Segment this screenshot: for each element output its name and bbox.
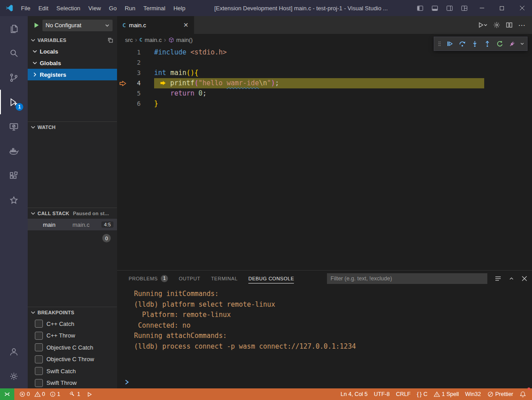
breadcrumb-symbol[interactable]: main() bbox=[176, 37, 193, 43]
close-tab-icon[interactable]: ✕ bbox=[183, 22, 189, 28]
remote-indicator[interactable] bbox=[0, 388, 14, 400]
breakpoint-item[interactable]: Swift Throw bbox=[28, 377, 117, 389]
menu-terminal[interactable]: Terminal bbox=[139, 0, 169, 16]
menu-view[interactable]: View bbox=[84, 0, 105, 16]
filter-lines-icon[interactable] bbox=[494, 275, 502, 282]
breakpoint-item[interactable]: C++ Throw bbox=[28, 330, 117, 342]
minimize-button[interactable] bbox=[472, 0, 492, 16]
code-text[interactable]: printf("hello wamr-ide\n"); bbox=[154, 78, 484, 88]
notifications-bell[interactable] bbox=[516, 388, 529, 400]
step-out-button[interactable] bbox=[482, 38, 493, 50]
code-token: printf bbox=[170, 79, 194, 87]
menu-selection[interactable]: Selection bbox=[52, 0, 84, 16]
stack-frame-row[interactable]: main main.c 4:5 bbox=[28, 219, 117, 230]
tab-main-c[interactable]: C main.c ✕ bbox=[117, 16, 194, 34]
checkbox[interactable] bbox=[35, 379, 43, 387]
variables-item-label: Locals bbox=[40, 48, 58, 55]
sidebar-item-favorites[interactable] bbox=[0, 188, 28, 212]
status-platform[interactable]: Win32 bbox=[462, 388, 484, 400]
console-filter-input[interactable] bbox=[327, 273, 487, 284]
code-text[interactable]: #include <stdio.h> bbox=[154, 47, 227, 58]
code-text[interactable]: } bbox=[154, 99, 158, 109]
variables-item-registers[interactable]: Registers bbox=[28, 69, 117, 80]
breadcrumb-file[interactable]: main.c bbox=[145, 37, 162, 43]
code-editor[interactable]: 1#include <stdio.h>23int main(){4printf(… bbox=[117, 46, 532, 109]
chevron-up-icon[interactable] bbox=[508, 275, 515, 282]
status-language[interactable]: { } C bbox=[414, 388, 431, 400]
settings-gear-icon[interactable] bbox=[493, 21, 500, 29]
panel-tab-debug-console[interactable]: DEBUG CONSOLE bbox=[248, 271, 294, 286]
variables-item-globals[interactable]: Globals bbox=[28, 57, 117, 69]
menu-help[interactable]: Help bbox=[169, 0, 189, 16]
more-actions-icon[interactable]: ⋯ bbox=[518, 21, 526, 29]
status-formatter[interactable]: Prettier bbox=[484, 388, 516, 400]
breakpoints-header[interactable]: BREAKPOINTS bbox=[28, 307, 117, 318]
sidebar-item-search[interactable] bbox=[0, 41, 28, 65]
toggle-sidebar-icon[interactable] bbox=[413, 0, 427, 16]
star-icon bbox=[8, 195, 19, 206]
status-eol[interactable]: CRLF bbox=[393, 388, 414, 400]
sidebar-item-extensions[interactable] bbox=[0, 163, 28, 188]
breakpoint-item[interactable]: Objective C Catch bbox=[28, 342, 117, 354]
tools-status[interactable]: 1 bbox=[66, 388, 84, 400]
panel-tab-output[interactable]: OUTPUT bbox=[179, 271, 200, 286]
toggle-panel-icon[interactable] bbox=[427, 0, 442, 16]
close-panel-icon[interactable] bbox=[521, 275, 528, 282]
restart-button[interactable] bbox=[494, 38, 506, 50]
checkbox[interactable] bbox=[35, 355, 43, 363]
close-button[interactable] bbox=[512, 0, 532, 16]
checkbox[interactable] bbox=[35, 343, 43, 351]
menu-run[interactable]: Run bbox=[121, 0, 139, 16]
step-over-button[interactable] bbox=[457, 38, 468, 50]
chevron-down-icon[interactable] bbox=[519, 38, 525, 50]
checkbox[interactable] bbox=[35, 367, 43, 375]
sidebar-item-source-control[interactable] bbox=[0, 65, 28, 90]
console-input-chevron-icon[interactable] bbox=[124, 379, 130, 385]
chevron-icon bbox=[31, 71, 38, 78]
sidebar-item-account[interactable] bbox=[0, 339, 28, 364]
launch-config-dropdown[interactable]: No Configurat bbox=[42, 20, 113, 31]
checkbox[interactable] bbox=[35, 320, 43, 328]
drag-handle-icon[interactable] bbox=[436, 38, 443, 50]
breakpoint-item[interactable]: C++ Catch bbox=[28, 318, 117, 330]
toggle-secondary-sidebar-icon[interactable] bbox=[442, 0, 457, 16]
run-file-button[interactable] bbox=[478, 21, 488, 29]
maximize-button[interactable] bbox=[492, 0, 512, 16]
breakpoint-label: Swift Catch bbox=[46, 368, 76, 375]
collapse-all-icon[interactable] bbox=[107, 37, 113, 43]
split-editor-icon[interactable] bbox=[506, 21, 513, 29]
step-into-button[interactable] bbox=[469, 38, 481, 50]
customize-layout-icon[interactable] bbox=[457, 0, 472, 16]
menu-file[interactable]: File bbox=[17, 0, 34, 16]
account-icon bbox=[8, 346, 19, 357]
problems-status[interactable]: 0 0 1 bbox=[16, 388, 66, 400]
status-line-col[interactable]: Ln 4, Col 5 bbox=[338, 388, 371, 400]
notification-dot bbox=[528, 388, 530, 390]
debug-status[interactable] bbox=[84, 388, 96, 400]
breakpoint-item[interactable]: Objective C Throw bbox=[28, 354, 117, 366]
status-spell[interactable]: 1 Spell bbox=[431, 388, 462, 400]
variables-header[interactable]: VARIABLES bbox=[28, 35, 117, 46]
sidebar-item-settings[interactable] bbox=[0, 364, 28, 388]
continue-button[interactable] bbox=[444, 38, 456, 50]
code-text[interactable]: int main(){ bbox=[154, 68, 198, 78]
sidebar-item-remote-explorer[interactable] bbox=[0, 114, 28, 139]
panel-tab-terminal[interactable]: TERMINAL bbox=[211, 271, 238, 286]
breakpoint-item[interactable]: Swift Catch bbox=[28, 365, 117, 377]
code-text[interactable]: return 0; bbox=[154, 88, 206, 99]
panel-tab-problems[interactable]: PROBLEMS1 bbox=[129, 271, 168, 286]
variables-item-locals[interactable]: Locals bbox=[28, 46, 117, 57]
sidebar-item-explorer[interactable] bbox=[0, 16, 28, 41]
source-control-icon bbox=[8, 72, 19, 83]
menu-edit[interactable]: Edit bbox=[34, 0, 52, 16]
breadcrumb-folder[interactable]: src bbox=[125, 37, 133, 43]
menu-go[interactable]: Go bbox=[105, 0, 121, 16]
status-encoding[interactable]: UTF-8 bbox=[371, 388, 393, 400]
checkbox[interactable] bbox=[35, 332, 43, 340]
call-stack-header[interactable]: CALL STACK Paused on st... bbox=[28, 208, 117, 219]
sidebar-item-docker[interactable] bbox=[0, 139, 28, 163]
sidebar-item-run-and-debug[interactable]: 1 bbox=[0, 90, 28, 114]
disconnect-button[interactable] bbox=[507, 38, 518, 50]
start-debug-icon[interactable] bbox=[33, 22, 40, 29]
watch-header[interactable]: WATCH bbox=[28, 122, 117, 133]
